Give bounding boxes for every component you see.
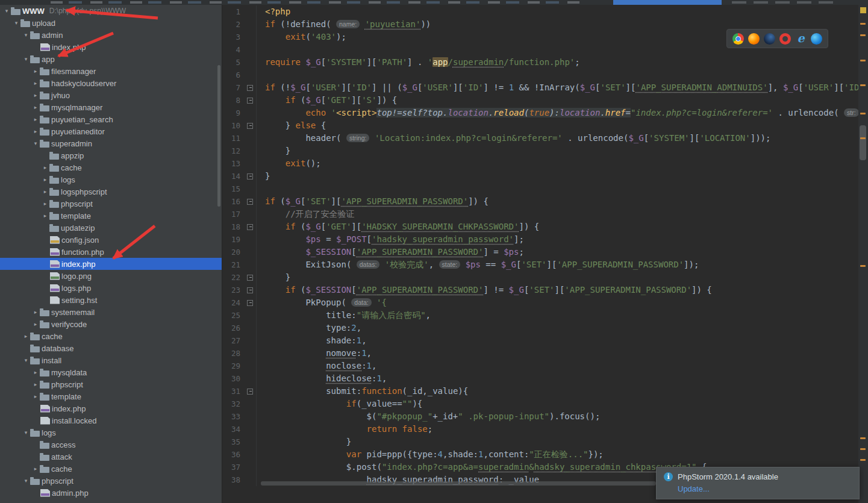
tree-folder-jvhuo[interactable]: ▸jvhuo [0, 89, 222, 101]
code-line[interactable]: 29 noclose:1, [222, 360, 858, 372]
chevron-right-icon[interactable]: ▸ [31, 393, 40, 399]
editor-pane[interactable]: 1<?php2if (!defined( name: 'puyuetian'))… [222, 5, 858, 503]
code-line[interactable]: 15 [222, 183, 858, 195]
code-line[interactable]: 26 type:2, [222, 322, 858, 334]
tree-folder-filesmanager[interactable]: ▸filesmanager [0, 65, 222, 77]
warning-stripe-mark[interactable] [860, 437, 866, 439]
project-tree-scrollbar[interactable] [217, 65, 220, 207]
chevron-right-icon[interactable]: ▸ [31, 92, 40, 98]
chevron-right-icon[interactable]: ▸ [31, 369, 40, 375]
code-line[interactable]: 28 nomove:1, [222, 347, 858, 360]
chevron-right-icon[interactable]: ▸ [41, 201, 49, 207]
code-line[interactable]: 11 header( string: 'Location:index.php?c… [222, 132, 858, 145]
chevron-down-icon[interactable]: ▾ [31, 140, 40, 146]
code-line[interactable]: 27 shade:1, [222, 334, 858, 347]
chevron-right-icon[interactable]: ▸ [31, 466, 40, 472]
opera-browser-icon[interactable] [779, 33, 791, 45]
update-link[interactable]: Update... [678, 484, 710, 493]
chevron-right-icon[interactable]: ▸ [31, 381, 40, 387]
warning-stripe-mark[interactable] [860, 265, 866, 267]
warning-stripe-mark[interactable] [860, 459, 866, 461]
tree-folder-admin[interactable]: ▾admin [0, 29, 222, 41]
tree-folder-template[interactable]: ▸template [0, 390, 222, 402]
code-line[interactable]: 17 //开启了安全验证 [222, 208, 858, 220]
project-tool-window[interactable]: ▾WWWD:\php...(du-psp)\WWW▾upload▾adminin… [0, 5, 222, 503]
tree-folder-puyuetian_search[interactable]: ▸puyuetian_search [0, 113, 222, 125]
code-line[interactable]: 25 title:"请输入后台密码", [222, 309, 858, 322]
fold-marker[interactable] [243, 81, 257, 94]
tree-folder-superadmin[interactable]: ▾superadmin [0, 137, 222, 149]
code-line[interactable]: 18 if ($_G['GET']['HADSKY_SUPERADMIN_CHK… [222, 220, 858, 233]
fold-marker[interactable] [243, 271, 257, 284]
tree-file-index.php[interactable]: index.php [0, 258, 222, 270]
code-line[interactable]: 1<?php [222, 5, 858, 18]
tree-file-logo.png[interactable]: logo.png [0, 270, 222, 282]
code-line[interactable]: 5require $_G['SYSTEM']['PATH'] . 'app/su… [222, 56, 858, 69]
chevron-right-icon[interactable]: ▸ [31, 80, 40, 86]
chevron-down-icon[interactable]: ▾ [22, 56, 30, 62]
code-line[interactable]: 36 var pid=ppp({type:4,shade:1,content:"… [222, 448, 858, 461]
tree-folder-phpscript[interactable]: ▸phpscript [0, 198, 222, 210]
chevron-right-icon[interactable]: ▸ [41, 177, 49, 183]
chevron-down-icon[interactable]: ▾ [22, 430, 30, 436]
tree-folder-mysqlmanager[interactable]: ▸mysqlmanager [0, 101, 222, 113]
tree-file-config.json[interactable]: config.json [0, 234, 222, 246]
tree-folder-attack[interactable]: attack [0, 451, 222, 463]
chevron-right-icon[interactable]: ▸ [22, 333, 30, 339]
chevron-right-icon[interactable]: ▸ [31, 104, 40, 110]
chevron-right-icon[interactable]: ▸ [41, 213, 49, 219]
warning-stripe-mark[interactable] [860, 34, 866, 36]
fold-marker[interactable] [243, 284, 257, 296]
tree-folder-puyuetianeditor[interactable]: ▸puyuetianeditor [0, 125, 222, 137]
code-line[interactable]: 35 } [222, 436, 858, 448]
code-line[interactable]: 21 ExitJson( datas: '校验完成', state: $ps =… [222, 258, 858, 271]
code-line[interactable]: 8 if ($_G['GET']['S']) { [222, 94, 858, 107]
chevron-right-icon[interactable]: ▸ [31, 321, 40, 327]
fold-marker[interactable] [243, 220, 257, 233]
code-line[interactable]: 12 } [222, 145, 858, 157]
code-line[interactable]: 20 $_SESSION['APP_SUPERADMIN_PASSWORD'] … [222, 246, 858, 258]
tree-file-index.php[interactable]: index.php [0, 402, 222, 414]
code-line[interactable]: 24 PkPopup( data: '{ [222, 296, 858, 309]
fold-marker[interactable] [243, 94, 257, 107]
tree-folder-mysqldata[interactable]: ▸mysqldata [0, 366, 222, 378]
code-line[interactable]: 19 $ps = $_POST['hadsky_superadmin_passw… [222, 233, 858, 246]
fold-marker[interactable] [243, 296, 257, 309]
code-line[interactable]: 33 $("#pkpopup_"+_id+" .pk-popup-input")… [222, 410, 858, 423]
tree-folder-cache[interactable]: ▸cache [0, 161, 222, 173]
tree-folder-logsphpscript[interactable]: ▸logsphpscript [0, 186, 222, 198]
tree-file-setting.hst[interactable]: setting.hst [0, 294, 222, 306]
chevron-right-icon[interactable]: ▸ [41, 164, 49, 170]
chevron-right-icon[interactable]: ▸ [31, 128, 40, 134]
tree-folder-cache[interactable]: ▸cache [0, 463, 222, 475]
code-line[interactable]: 7if (!$_G['USER']['ID'] || ($_G['USER'][… [222, 81, 858, 94]
tree-folder-phpscript[interactable]: ▸phpscript [0, 378, 222, 390]
fold-marker[interactable] [243, 119, 257, 132]
warning-stripe-mark[interactable] [860, 113, 866, 114]
warning-stripe-mark[interactable] [860, 448, 866, 450]
code-line[interactable]: 10 } else { [222, 119, 858, 132]
chevron-right-icon[interactable]: ▸ [31, 116, 40, 122]
code-line[interactable]: 30 hideclose:1, [222, 372, 858, 385]
tree-file-index.php[interactable]: index.php [0, 41, 222, 53]
code-line[interactable]: 34 return false; [222, 423, 858, 436]
chrome-browser-icon[interactable] [732, 33, 744, 45]
warning-stripe-mark[interactable] [860, 84, 866, 86]
tree-folder-database[interactable]: database [0, 342, 222, 354]
code-line[interactable]: 22 } [222, 271, 858, 284]
code-line[interactable]: 13 exit(); [222, 157, 858, 170]
update-notification[interactable]: PhpStorm 2020.1.4 available Update... [656, 467, 860, 499]
chevron-down-icon[interactable]: ▾ [12, 20, 20, 26]
fold-marker[interactable] [243, 195, 257, 208]
active-tab-indicator[interactable] [613, 0, 722, 5]
code-line[interactable]: 23 if ($_SESSION['APP_SUPERADMIN_PASSWOR… [222, 284, 858, 296]
tree-folder-cache[interactable]: ▸cache [0, 330, 222, 342]
code-area[interactable]: 1<?php2if (!defined( name: 'puyuetian'))… [222, 5, 858, 503]
tree-folder-logs[interactable]: ▾logs [0, 426, 222, 439]
tree-folder-template[interactable]: ▸template [0, 210, 222, 222]
code-line[interactable]: 32 if(_value==""){ [222, 398, 858, 410]
chevron-down-icon[interactable]: ▾ [22, 478, 30, 484]
chevron-down-icon[interactable]: ▾ [2, 8, 11, 14]
warning-stripe-mark[interactable] [860, 137, 866, 139]
ie-browser-icon[interactable] [795, 33, 807, 45]
